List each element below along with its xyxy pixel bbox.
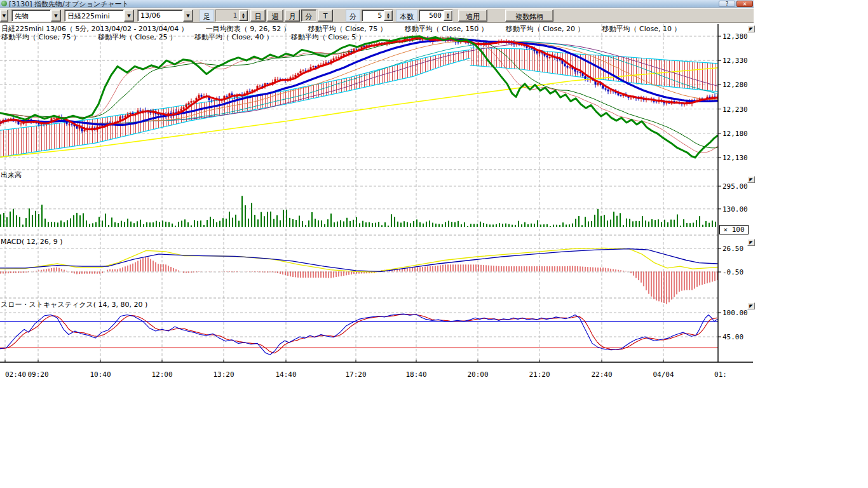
svg-text:295.00: 295.00 [722, 182, 748, 191]
svg-text:12:00: 12:00 [151, 370, 172, 379]
chevron-down-icon[interactable]: ▼ [124, 10, 134, 22]
help-button[interactable]: ? [719, 1, 735, 7]
macd-panel-collapse-button[interactable]: ◤ [747, 239, 755, 246]
legend-item-ma150: 移動平均（ Close, 150 ） [405, 25, 488, 33]
svg-text:18:40: 18:40 [405, 370, 426, 379]
legend-item-ma10: 移動平均（ Close, 10 ） [602, 25, 681, 33]
bar-interval-value: 1 [216, 10, 239, 21]
category-combo[interactable]: 先物 ▼ [11, 10, 61, 22]
svg-text:09:20: 09:20 [27, 370, 48, 379]
svg-text:45.00: 45.00 [722, 333, 743, 341]
price-panel-collapse-button[interactable]: ◤ [747, 25, 755, 32]
svg-text:130.00: 130.00 [722, 205, 748, 214]
macd-group [0, 248, 717, 304]
symbol-combo-value: 日経225mini [64, 10, 124, 22]
svg-text:12,180: 12,180 [722, 130, 748, 138]
apply-button[interactable]: 適用 [458, 10, 487, 22]
svg-text:12,380: 12,380 [722, 32, 748, 41]
minute-unit-label: 分 [346, 10, 360, 22]
svg-text:17:20: 17:20 [345, 370, 366, 379]
window-title: [3130] 指数先物/オプションチャート [9, 0, 129, 8]
svg-text:12,280: 12,280 [722, 81, 748, 89]
period-button-week[interactable]: 週 [267, 10, 283, 22]
period-button-tick[interactable]: T [318, 10, 333, 22]
svg-text:20:00: 20:00 [467, 370, 488, 379]
desktop: [3130] 指数先物/オプションチャート ? ✕ ▼ 先物 ▼ 日経225mi… [0, 0, 868, 488]
svg-text:01:: 01: [714, 370, 727, 379]
spinner-updown-icon[interactable]: ▲▼ [239, 10, 248, 21]
contract-combo-value: 13/06 [137, 10, 183, 22]
chart-app-window: [3130] 指数先物/オプションチャート ? ✕ ▼ 先物 ▼ 日経225mi… [0, 0, 754, 381]
legend-row-2: 移動平均（ Close, 75 ）移動平均（ Close, 25 ）移動平均（ … [1, 32, 383, 42]
volume-bars-group [0, 196, 716, 227]
multi-symbol-button[interactable]: 複数銘柄 [505, 10, 553, 22]
volume-panel-collapse-button[interactable]: ◤ [747, 176, 755, 183]
chevron-down-icon[interactable]: ▼ [0, 10, 8, 22]
bar-count-value: 500 [419, 10, 444, 21]
svg-text:22:40: 22:40 [591, 370, 612, 379]
bar-interval-spinner[interactable]: 1 ▲▼ [215, 10, 248, 22]
svg-text:26.50: 26.50 [722, 245, 743, 253]
minute-value: 5 [362, 10, 384, 21]
period-button-minute[interactable]: 分 [301, 10, 316, 22]
svg-text:02:40: 02:40 [5, 370, 26, 379]
legend-item-ma20: 移動平均（ Close, 20 ） [506, 25, 585, 33]
contract-combo[interactable]: 13/06 ▼ [137, 10, 193, 22]
svg-text:13:20: 13:20 [213, 370, 234, 379]
app-icon [1, 1, 7, 6]
chevron-down-icon[interactable]: ▼ [51, 10, 61, 22]
svg-text:21:20: 21:20 [529, 370, 550, 379]
legend-item-ma75b: 移動平均（ Close, 75 ） [1, 33, 80, 41]
svg-text:12,230: 12,230 [722, 105, 748, 114]
volume-multiplier-box: × 100 [719, 225, 749, 234]
period-button-day[interactable]: 日 [250, 10, 266, 22]
toolbar: ▼ 先物 ▼ 日経225mini ▼ 13/06 ▼ 足 1 ▲▼ 日 週 月 … [0, 8, 754, 23]
svg-text:14:40: 14:40 [275, 370, 296, 379]
svg-text:12,130: 12,130 [722, 154, 748, 162]
legend-item-ma40: 移動平均（ Close, 40 ） [194, 33, 273, 41]
chart-area: 12,38012,33012,28012,23012,18012,130295.… [0, 23, 754, 381]
chevron-down-icon[interactable]: ▼ [183, 10, 193, 22]
stoch-group [0, 314, 718, 355]
macd-panel-label: MACD( 12, 26, 9 ) [1, 238, 63, 246]
volume-panel-label: 出来高 [1, 170, 22, 180]
bar-count-spinner[interactable]: 500 ▲▼ [419, 10, 453, 22]
category-combo-value: 先物 [11, 10, 51, 22]
price-chart-svg[interactable]: 12,38012,33012,28012,23012,18012,130295.… [0, 23, 754, 381]
svg-text:-0.50: -0.50 [722, 268, 743, 276]
symbol-combo[interactable]: 日経225mini ▼ [64, 10, 134, 22]
combo-left-truncated[interactable]: ▼ [0, 10, 9, 22]
bar-type-label: 足 [200, 10, 214, 22]
legend-item-ma5: 移動平均（ Close, 5 ） [291, 33, 365, 41]
minute-value-spinner[interactable]: 5 ▲▼ [362, 10, 393, 22]
svg-text:10:40: 10:40 [90, 370, 111, 379]
svg-text:04/04: 04/04 [653, 370, 674, 379]
close-button[interactable]: ✕ [736, 1, 753, 7]
svg-text:100.00: 100.00 [722, 309, 748, 317]
spinner-updown-icon[interactable]: ▲▼ [384, 10, 393, 21]
stoch-panel-collapse-button[interactable]: ◤ [747, 302, 755, 309]
stoch-panel-label: スロー・ストキャスティクス( 14, 3, 80, 20 ) [1, 300, 147, 309]
bar-count-label: 本数 [396, 10, 417, 22]
legend-item-ma25: 移動平均（ Close, 25 ） [98, 33, 177, 41]
period-button-month[interactable]: 月 [285, 10, 300, 22]
svg-text:12,330: 12,330 [722, 57, 748, 65]
titlebar: [3130] 指数先物/オプションチャート ? ✕ [0, 0, 754, 8]
spinner-updown-icon[interactable]: ▲▼ [444, 10, 452, 21]
